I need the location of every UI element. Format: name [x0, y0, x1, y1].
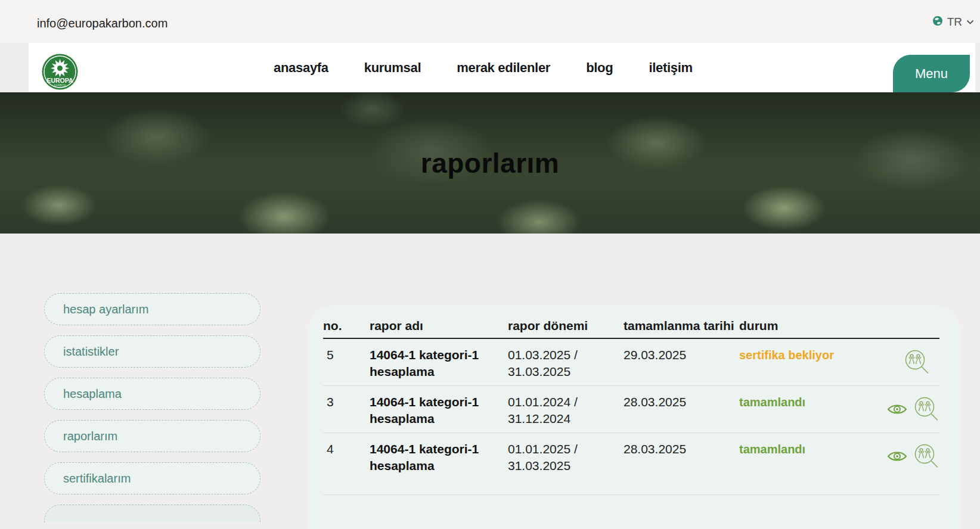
nav-link[interactable]: kurumsal	[364, 60, 421, 76]
menu-button[interactable]: Menu	[893, 55, 970, 92]
nav-link[interactable]: anasayfa	[274, 60, 328, 76]
cell-report-name: 14064-1 kategori-1 hesaplama	[370, 441, 483, 474]
logo-secondary-text: KARBON	[54, 84, 66, 87]
main-navbar: EUROPA KARBON anasayfakurumsalmerak edil…	[29, 43, 975, 92]
cell-completed-date: 29.03.2025	[624, 347, 739, 363]
nav-link[interactable]: merak edilenler	[457, 60, 550, 76]
view-report-button[interactable]	[887, 450, 907, 463]
cell-actions	[843, 394, 939, 422]
status-badge: sertifika bekliyor	[739, 347, 843, 363]
page-title: raporlarım	[421, 147, 560, 179]
sidebar-item-partial[interactable]	[44, 505, 260, 522]
main-content: hesap ayarlarımistatistiklerhesaplamarap…	[0, 234, 980, 529]
column-header-name: rapor adı	[370, 319, 508, 333]
cell-no: 4	[323, 441, 370, 458]
globe-icon	[932, 15, 943, 29]
table-row: 4 14064-1 kategori-1 hesaplama 01.01.202…	[323, 433, 939, 495]
column-header-completed: tamamlanma tarihi	[624, 319, 739, 333]
table-header-row: no. rapor adı rapor dönemi tamamlanma ta…	[323, 319, 939, 339]
inspect-report-button[interactable]	[913, 396, 939, 422]
cell-completed-date: 28.03.2025	[624, 394, 739, 410]
audit-magnifier-icon	[904, 368, 930, 377]
status-badge: tamamlandı	[739, 441, 843, 458]
contact-email-link[interactable]: info@europakarbon.com	[37, 17, 168, 30]
sidebar-item[interactable]: hesaplama	[44, 378, 260, 410]
cell-actions	[843, 441, 939, 469]
audit-magnifier-icon	[913, 415, 939, 424]
cell-report-name: 14064-1 kategori-1 hesaplama	[370, 347, 483, 380]
cell-completed-date: 28.03.2025	[624, 441, 739, 458]
audit-magnifier-icon	[913, 462, 939, 471]
cell-report-period: 01.01.2025 / 31.03.2025	[508, 441, 598, 474]
chevron-down-icon	[966, 17, 974, 27]
account-sidebar: hesap ayarlarımistatistiklerhesaplamarap…	[44, 293, 260, 529]
hero-banner: raporlarım	[0, 92, 980, 234]
column-header-period: rapor dönemi	[508, 319, 624, 333]
reports-table-card: no. rapor adı rapor dönemi tamamlanma ta…	[309, 306, 960, 529]
language-code: TR	[947, 15, 962, 29]
status-badge: tamamlandı	[739, 394, 843, 410]
sidebar-item[interactable]: istatistikler	[44, 335, 260, 368]
inspect-report-button[interactable]	[913, 443, 939, 469]
cell-report-period: 01.01.2024 / 31.12.2024	[508, 394, 598, 427]
cell-actions	[843, 347, 939, 375]
cell-no: 3	[323, 394, 370, 410]
inspect-report-button[interactable]	[904, 349, 930, 375]
column-header-status: durum	[739, 319, 843, 333]
sidebar-item[interactable]: hesap ayarlarım	[44, 293, 260, 325]
table-row: 3 14064-1 kategori-1 hesaplama 01.01.202…	[323, 386, 939, 433]
table-body: 5 14064-1 kategori-1 hesaplama 01.03.202…	[323, 339, 939, 495]
nav-link[interactable]: iletişim	[649, 60, 692, 76]
top-bar: info@europakarbon.com TR	[0, 0, 980, 43]
eye-icon	[887, 409, 907, 418]
cell-report-period: 01.03.2025 / 31.03.2025	[508, 347, 598, 380]
cell-no: 5	[323, 347, 370, 363]
europa-karbon-logo[interactable]: EUROPA KARBON	[42, 54, 78, 90]
language-selector[interactable]: TR	[932, 15, 974, 29]
table-row: 5 14064-1 kategori-1 hesaplama 01.03.202…	[323, 339, 939, 386]
column-header-no: no.	[323, 319, 370, 333]
nav-link[interactable]: blog	[586, 60, 613, 76]
nav-links: anasayfakurumsalmerak edilenlerblogileti…	[274, 43, 693, 92]
sidebar-item[interactable]: sertifikalarım	[44, 462, 260, 494]
logo-primary-text: EUROPA	[46, 77, 73, 84]
sidebar-item[interactable]: raporlarım	[44, 420, 260, 452]
view-report-button[interactable]	[887, 403, 907, 416]
eye-icon	[887, 456, 907, 465]
cell-report-name: 14064-1 kategori-1 hesaplama	[370, 394, 483, 427]
